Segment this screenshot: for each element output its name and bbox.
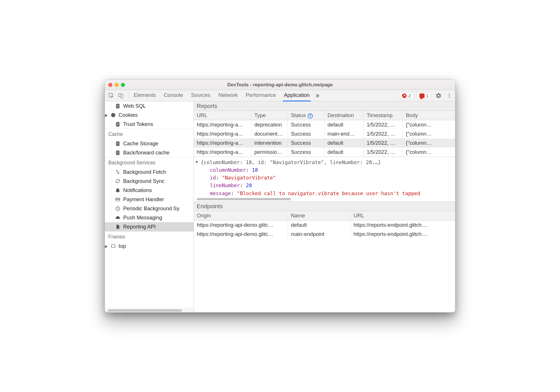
svg-point-9 bbox=[113, 114, 114, 115]
table-row[interactable]: https://reporting-a…interventionSuccessd… bbox=[194, 138, 455, 148]
sidebar-item-label: Periodic Background Sy bbox=[123, 205, 179, 212]
titlebar: DevTools - reporting-api-demo.glitch.me/… bbox=[105, 80, 455, 90]
error-count: 2 bbox=[408, 93, 411, 98]
cell-timestamp: 1/5/2022, … bbox=[364, 138, 403, 148]
table-row[interactable]: https://reporting-a…document…Successmain… bbox=[194, 129, 455, 138]
sidebar-item-label: Cache Storage bbox=[123, 140, 158, 147]
svg-point-8 bbox=[112, 114, 113, 115]
reports-header: Reports bbox=[194, 101, 455, 111]
tab-performance[interactable]: Performance bbox=[245, 90, 277, 101]
sidebar-item-background-fetch[interactable]: Background Fetch bbox=[105, 168, 194, 177]
col-status[interactable]: Status? bbox=[288, 111, 324, 120]
table-row[interactable]: https://reporting-a…deprecationSuccessde… bbox=[194, 120, 455, 130]
sidebar-item-label: Reporting API bbox=[123, 224, 156, 230]
cell-url: https://reports-endpoint.glitch.… bbox=[351, 220, 455, 230]
table-row[interactable]: https://reporting-a…permissio…Successdef… bbox=[194, 148, 455, 157]
tab-network[interactable]: Network bbox=[218, 90, 238, 101]
sidebar-item-payment-handler[interactable]: Payment Handler bbox=[105, 195, 194, 204]
svg-point-11 bbox=[114, 115, 114, 116]
device-toggle-icon[interactable] bbox=[117, 92, 125, 99]
sidebar-scrollbar[interactable] bbox=[105, 308, 194, 312]
svg-rect-0 bbox=[109, 93, 113, 97]
cell-status: Success bbox=[288, 138, 324, 148]
sidebar-group-frames: Frames bbox=[105, 231, 194, 242]
svg-point-7 bbox=[111, 113, 115, 117]
more-actions-button[interactable] bbox=[446, 92, 453, 99]
error-count-badge[interactable]: ✕2 bbox=[399, 92, 413, 99]
col-body[interactable]: Body bbox=[403, 111, 455, 120]
cell-type: intervention bbox=[251, 138, 288, 148]
sidebar-item-back-forward-cache[interactable]: Back/forward cache bbox=[105, 148, 194, 157]
sidebar-item-cookies[interactable]: ▶Cookies bbox=[105, 111, 194, 120]
clock-icon bbox=[115, 206, 120, 211]
sidebar-item-push-messaging[interactable]: Push Messaging bbox=[105, 213, 194, 222]
card-icon bbox=[115, 197, 120, 202]
svg-point-4 bbox=[449, 95, 450, 96]
tab-console[interactable]: Console bbox=[163, 90, 184, 101]
tab-application[interactable]: Application bbox=[283, 90, 311, 101]
sidebar-item-cache-storage[interactable]: Cache Storage bbox=[105, 139, 194, 148]
cell-timestamp: 1/5/2022, … bbox=[364, 148, 403, 157]
cell-body: {"column… bbox=[403, 148, 455, 157]
cell-destination: default bbox=[324, 120, 364, 130]
cell-timestamp: 1/5/2022, … bbox=[364, 120, 403, 130]
cell-destination: default bbox=[324, 148, 364, 157]
cell-status: Success bbox=[288, 148, 324, 157]
cell-destination: main-end… bbox=[324, 129, 364, 138]
sidebar-item-label: Back/forward cache bbox=[123, 150, 169, 156]
col-origin[interactable]: Origin bbox=[194, 211, 288, 220]
cloud-icon bbox=[115, 215, 120, 220]
sidebar-item-label: Push Messaging bbox=[123, 215, 162, 221]
database-icon bbox=[115, 141, 120, 146]
svg-rect-18 bbox=[111, 245, 115, 248]
devtools-window: DevTools - reporting-api-demo.glitch.me/… bbox=[105, 79, 455, 313]
sidebar-item-reporting-api[interactable]: Reporting API bbox=[105, 222, 194, 231]
table-row[interactable]: https://reporting-api-demo.glitc…default… bbox=[194, 220, 455, 230]
sidebar-item-periodic-background-sy[interactable]: Periodic Background Sy bbox=[105, 204, 194, 213]
more-tabs-button[interactable] bbox=[315, 93, 320, 98]
tab-elements[interactable]: Elements bbox=[133, 90, 156, 101]
report-body-detail[interactable]: ▼ {columnNumber: 18, id: "NavigatorVibra… bbox=[194, 157, 455, 202]
bell-icon bbox=[115, 188, 120, 193]
chevron-right-icon: ▶ bbox=[105, 244, 108, 248]
col-timestamp[interactable]: Timestamp bbox=[364, 111, 403, 120]
sidebar-item-top[interactable]: ▶top bbox=[105, 242, 194, 251]
fetch-icon bbox=[115, 170, 120, 175]
sidebar-item-label: Trust Tokens bbox=[123, 121, 153, 127]
alert-count-badge[interactable]: 1 bbox=[417, 92, 431, 99]
settings-button[interactable] bbox=[435, 92, 442, 99]
table-row[interactable]: https://reporting-api-demo.glitc…main-en… bbox=[194, 230, 455, 239]
col-destination[interactable]: Destination bbox=[324, 111, 364, 120]
col-url[interactable]: URL bbox=[351, 211, 455, 220]
cell-type: permissio… bbox=[251, 148, 288, 157]
sidebar-item-notifications[interactable]: Notifications bbox=[105, 186, 194, 195]
sidebar-group-background-services: Background Services bbox=[105, 157, 194, 168]
database-icon bbox=[115, 122, 120, 127]
cell-url: https://reporting-a… bbox=[194, 120, 251, 130]
sidebar-item-web-sql[interactable]: Web SQL bbox=[105, 101, 194, 111]
sidebar-item-label: Notifications bbox=[123, 187, 152, 193]
detail-scrollbar[interactable] bbox=[197, 198, 452, 201]
cell-destination: default bbox=[324, 138, 364, 148]
col-type[interactable]: Type bbox=[251, 111, 288, 120]
endpoints-header: Endpoints bbox=[194, 202, 455, 211]
sidebar-item-label: top bbox=[119, 243, 126, 249]
cell-url: https://reporting-a… bbox=[194, 138, 251, 148]
help-icon[interactable]: ? bbox=[308, 113, 313, 119]
sidebar-item-background-sync[interactable]: Background Sync bbox=[105, 177, 194, 186]
tab-sources[interactable]: Sources bbox=[190, 90, 211, 101]
svg-rect-15 bbox=[116, 198, 120, 201]
application-sidebar: Web SQL▶CookiesTrust TokensCacheCache St… bbox=[105, 101, 194, 312]
endpoints-table: OriginNameURL https://reporting-api-demo… bbox=[194, 211, 455, 239]
col-name[interactable]: Name bbox=[288, 211, 351, 220]
cell-status: Success bbox=[288, 129, 324, 138]
detail-summary: {columnNumber: 18, id: "NavigatorVibrate… bbox=[201, 160, 381, 165]
inspect-icon[interactable] bbox=[107, 92, 115, 99]
reports-table: URLTypeStatus?DestinationTimestampBody h… bbox=[194, 111, 455, 157]
sidebar-item-trust-tokens[interactable]: Trust Tokens bbox=[105, 120, 194, 129]
col-url[interactable]: URL bbox=[194, 111, 251, 120]
cell-url: https://reporting-a… bbox=[194, 148, 251, 157]
cell-body: {"column… bbox=[403, 138, 455, 148]
chevron-right-icon: ▶ bbox=[105, 113, 108, 117]
sidebar-item-label: Payment Handler bbox=[123, 196, 164, 203]
